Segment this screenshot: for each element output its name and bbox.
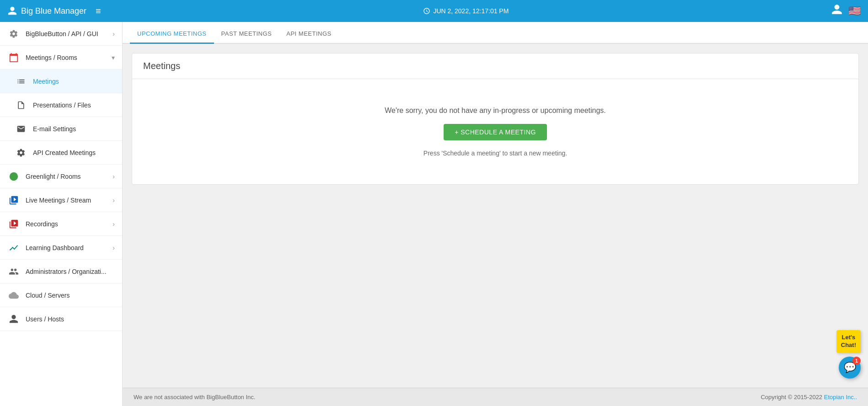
top-header: Big Blue Manager ≡ JUN 2, 2022, 12:17:01… <box>0 0 868 22</box>
app-title: Big Blue Manager <box>7 6 86 16</box>
sidebar-item-presentations-label: Presentations / Files <box>33 102 115 109</box>
sidebar-item-learning-label: Learning Dashboard <box>26 244 113 251</box>
footer: We are not associated with BigBlueButton… <box>123 388 868 406</box>
header-datetime: JUN 2, 2022, 12:17:01 PM <box>423 7 509 15</box>
chevron-right-icon: › <box>113 30 115 37</box>
chat-sticky-note[interactable]: Let'sChat! <box>836 330 861 353</box>
tab-api-meetings[interactable]: API MEETINGS <box>279 30 338 44</box>
sidebar-item-cloud-servers[interactable]: Cloud / Servers <box>0 283 122 307</box>
meetings-card: Meetings We're sorry, you do not have an… <box>132 53 859 185</box>
chevron-right-icon-4: › <box>113 220 115 228</box>
email-icon <box>15 124 27 134</box>
tabs-bar: UPCOMING MEETINGS PAST MEETINGS API MEET… <box>123 22 868 44</box>
hamburger-icon[interactable]: ≡ <box>96 6 101 16</box>
sidebar-item-greenlight-label: Greenlight / Rooms <box>26 173 113 180</box>
admin-icon <box>7 267 20 277</box>
chat-widget: Let'sChat! 💬 1 <box>836 330 861 379</box>
sidebar-item-live-meetings-label: Live Meetings / Stream <box>26 197 113 204</box>
schedule-hint-text: Press 'Schedule a meeting' to start a ne… <box>423 150 567 157</box>
sidebar-item-administrators-label: Administrators / Organizati... <box>26 268 115 275</box>
sidebar-item-users-hosts[interactable]: Users / Hosts <box>0 307 122 331</box>
person-icon <box>7 6 17 16</box>
svg-point-0 <box>10 172 18 180</box>
learning-icon <box>7 243 20 253</box>
sidebar-item-learning-dashboard[interactable]: Learning Dashboard › <box>0 236 122 260</box>
page-content: Meetings We're sorry, you do not have an… <box>123 44 868 388</box>
sidebar-item-recordings[interactable]: Recordings › <box>0 212 122 236</box>
tab-past-meetings[interactable]: PAST MEETINGS <box>214 30 279 44</box>
clock-icon <box>423 7 430 15</box>
sidebar-item-email[interactable]: E-mail Settings <box>0 117 122 141</box>
users-icon <box>7 314 20 324</box>
sidebar-item-meetings-label: Meetings <box>33 78 115 85</box>
sidebar-item-bigbluebutton-label: BigBlueButton / API / GUI <box>26 30 113 37</box>
sidebar: BigBlueButton / API / GUI › Meetings / R… <box>0 22 123 406</box>
cloud-icon <box>7 290 20 300</box>
sidebar-item-users-hosts-label: Users / Hosts <box>26 315 115 323</box>
flag-icon[interactable]: 🇺🇸 <box>848 5 861 17</box>
sidebar-item-greenlight[interactable]: Greenlight / Rooms › <box>0 165 122 188</box>
sidebar-item-api-created-label: API Created Meetings <box>33 149 115 156</box>
sidebar-item-live-meetings[interactable]: Live Meetings / Stream › <box>0 188 122 212</box>
sidebar-item-administrators[interactable]: Administrators / Organizati... <box>0 260 122 283</box>
footer-copyright-text: Copyright © 2015-2022 <box>761 394 824 401</box>
footer-etopian-link[interactable]: Etopian Inc.. <box>824 394 857 401</box>
content-area: UPCOMING MEETINGS PAST MEETINGS API MEET… <box>123 22 868 406</box>
datetime-text: JUN 2, 2022, 12:17:01 PM <box>433 7 509 15</box>
tab-upcoming-meetings[interactable]: UPCOMING MEETINGS <box>130 30 214 44</box>
sidebar-item-meetings[interactable]: Meetings <box>0 69 122 93</box>
schedule-meeting-button[interactable]: + SCHEDULE A MEETING <box>444 124 547 140</box>
chevron-right-icon-5: › <box>113 244 115 251</box>
sidebar-item-meetings-rooms[interactable]: Meetings / Rooms ▾ <box>0 46 122 69</box>
sidebar-item-meetings-rooms-label: Meetings / Rooms <box>26 54 112 61</box>
meetings-icon <box>15 77 27 86</box>
footer-right: Copyright © 2015-2022 Etopian Inc.. <box>761 394 857 401</box>
footer-left-text: We are not associated with BigBlueButton… <box>134 394 255 401</box>
user-avatar-icon[interactable] <box>831 4 843 18</box>
sidebar-item-recordings-label: Recordings <box>26 220 113 228</box>
sidebar-item-presentations[interactable]: Presentations / Files <box>0 93 122 117</box>
sidebar-item-cloud-servers-label: Cloud / Servers <box>26 292 115 299</box>
chat-badge-count: 1 <box>852 357 861 365</box>
recordings-icon <box>7 219 20 229</box>
header-right: 🇺🇸 <box>831 4 861 18</box>
chat-bubble-button[interactable]: 💬 1 <box>839 357 861 379</box>
meetings-card-title: Meetings <box>132 53 858 79</box>
no-meetings-message: We're sorry, you do not have any in-prog… <box>385 107 606 115</box>
chevron-right-icon-3: › <box>113 197 115 204</box>
live-meetings-icon <box>7 195 20 205</box>
chevron-right-icon-2: › <box>113 173 115 180</box>
sidebar-item-email-label: E-mail Settings <box>33 125 115 133</box>
chevron-down-icon: ▾ <box>112 54 115 61</box>
calendar-icon <box>7 53 20 63</box>
gear-icon <box>7 29 20 38</box>
main-layout: BigBlueButton / API / GUI › Meetings / R… <box>0 22 868 406</box>
api-icon <box>15 148 27 157</box>
file-icon <box>15 101 27 110</box>
sidebar-item-api-created[interactable]: API Created Meetings <box>0 141 122 165</box>
header-left: Big Blue Manager ≡ <box>7 6 101 16</box>
greenlight-icon <box>7 171 20 182</box>
meetings-card-body: We're sorry, you do not have any in-prog… <box>132 79 858 184</box>
sidebar-item-bigbluebutton[interactable]: BigBlueButton / API / GUI › <box>0 22 122 46</box>
